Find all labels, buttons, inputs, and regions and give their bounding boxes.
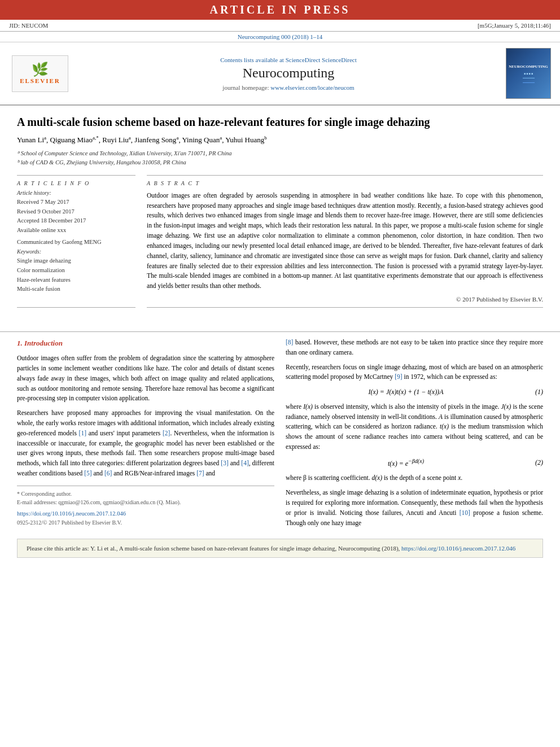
right-para2: Recently, researchers focus on single im… [286, 362, 543, 383]
right-para3: where I(x) is observed intensity, which … [286, 402, 543, 452]
keywords-section: Keywords: Single image dehazing Color no… [17, 248, 135, 294]
keywords-title: Keywords: [17, 248, 135, 255]
doi-link[interactable]: https://doi.org/10.1016/j.neucom.2017.12… [17, 510, 126, 517]
author-ruyi: Ruyi Liu [102, 136, 129, 144]
ref-4[interactable]: [4] [241, 460, 248, 466]
author-yining: Yining Quan [182, 136, 220, 144]
ref-6[interactable]: [6] [104, 470, 112, 477]
affiliations: ᵃ School of Computer Science and Technol… [17, 149, 543, 167]
ref-7[interactable]: [7] [196, 470, 204, 477]
keyword-1: Single image dehazing [17, 256, 135, 266]
received-date: Received 7 May 2017 [17, 198, 135, 207]
ref-5[interactable]: [5] [84, 470, 91, 477]
ref-8[interactable]: [8] [286, 339, 293, 346]
intro-section-title: 1. Introduction [17, 338, 274, 349]
journal-cover: NEUROCOMPUTING ■ ■ ■ ■ ━━━━━━━ ━━━━━━━ [506, 48, 551, 99]
affiliation-a: ᵃ School of Computer Science and Technol… [17, 149, 543, 158]
equation-2-number: (2) [526, 457, 543, 468]
ref-3[interactable]: [3] [221, 460, 228, 466]
author-qiguang: Qiguang Miao [50, 136, 93, 144]
equation-1-text: I(x) = J(x)t(x) + (1 − t(x))A [286, 387, 526, 397]
doi-text: Neurocomputing 000 (2018) 1–14 [238, 33, 323, 40]
ref-9[interactable]: [9] [395, 373, 402, 380]
keyword-2: Color normalization [17, 266, 135, 276]
right-para1: [8] based. However, these methods are no… [286, 338, 543, 358]
jid-row: JID: NEUCOM [m5G;January 5, 2018;11:46] [0, 20, 560, 32]
ref-10[interactable]: [10] [460, 509, 470, 516]
email-note: E-mail addresses: qgmiao@126.com, qgmiao… [17, 498, 274, 507]
right-para5: Nevertheless, as single image dehazing i… [286, 488, 543, 528]
journal-cover-title: NEUROCOMPUTING [508, 63, 549, 70]
keyword-4: Multi-scale fusion [17, 285, 135, 294]
authors-line: Yunan Lia, Qiguang Miaoa,*, Ruyi Liua, J… [17, 135, 543, 145]
article-in-press-banner: ARTICLE IN PRESS [0, 0, 560, 20]
sciencedirect-name[interactable]: ScienceDirect [322, 56, 357, 63]
right-para4: where β is scattering coefficient. d(x) … [286, 473, 543, 483]
contents-label: Contents lists available at ScienceDirec… [220, 56, 320, 63]
affiliation-b: ᵇ lab of CAD & CG, Zhejiang University, … [17, 158, 543, 167]
timestamp-label: [m5G;January 5, 2018;11:46] [478, 22, 551, 29]
equation-1: I(x) = J(x)t(x) + (1 − t(x))A (1) [286, 387, 543, 397]
homepage-link[interactable]: www.elsevier.com/locate/neucom [270, 84, 354, 91]
keyword-3: Haze-relevant features [17, 276, 135, 285]
homepage-label: journal homepage: [222, 84, 269, 91]
jid-label: JID: NEUCOM [9, 22, 48, 29]
paper-title: A multi-scale fusion scheme based on haz… [17, 115, 543, 129]
history-label: Article history: [17, 190, 135, 196]
cover-lines: ━━━━━━━ [523, 76, 535, 80]
sciencedirect-line: Contents lists available at ScienceDirec… [82, 56, 495, 63]
revised-date: Revised 9 October 2017 [17, 207, 135, 217]
body-left-col: 1. Introduction Outdoor images often suf… [17, 338, 274, 533]
article-info-abstract-row: A R T I C L E I N F O Article history: R… [17, 175, 543, 308]
intro-para1: Outdoor images often suffer from the pro… [17, 353, 274, 404]
journal-header: 🌿 ELSEVIER Contents lists available at S… [0, 42, 560, 106]
article-info-panel: A R T I C L E I N F O Article history: R… [17, 175, 135, 308]
accepted-date: Accepted 18 December 2017 [17, 216, 135, 226]
corresponding-note: * Corresponding author. [17, 490, 274, 499]
footnote-section: * Corresponding author. E-mail addresses… [17, 486, 274, 527]
main-content: A multi-scale fusion scheme based on haz… [0, 106, 560, 326]
equation-2-text: t(x) = e−βd(x) [286, 457, 526, 469]
journal-title: Neurocomputing [82, 65, 495, 81]
article-info-title: A R T I C L E I N F O [17, 180, 135, 186]
author-jianfeng: Jianfeng Song [134, 136, 176, 144]
author-yunan: Yunan Li [17, 136, 44, 144]
citation-doi-link[interactable]: https://doi.org/10.1016/j.neucom.2017.12… [401, 545, 515, 552]
body-right-col: [8] based. However, these methods are no… [286, 338, 543, 533]
communicated-by: Communicated by Gaofeng MENG [17, 239, 135, 245]
equation-1-number: (1) [526, 387, 543, 397]
cover-decoration: ■ ■ ■ ■ [524, 72, 533, 75]
elsevier-text: ELSEVIER [20, 77, 60, 84]
citation-text: Please cite this article as: Y. Li et al… [27, 545, 400, 552]
abstract-section: A B S T R A C T Outdoor images are often… [147, 175, 543, 308]
abstract-text: Outdoor images are often degraded by aer… [147, 191, 543, 291]
elsevier-tree-icon: 🌿 [32, 63, 49, 76]
elsevier-logo-box: 🌿 ELSEVIER [12, 55, 68, 92]
journal-center: Contents lists available at ScienceDirec… [71, 56, 506, 91]
intro-para2: Researchers have proposed many approache… [17, 408, 274, 479]
abstract-title: A B S T R A C T [147, 180, 543, 186]
ref-2[interactable]: [2] [163, 430, 170, 436]
journal-homepage: journal homepage: www.elsevier.com/locat… [82, 84, 495, 91]
author-yuhui: Yuhui Huang [225, 136, 264, 144]
citation-box: Please cite this article as: Y. Li et al… [17, 539, 543, 558]
doi-row: Neurocomputing 000 (2018) 1–14 [0, 32, 560, 42]
cover-lines2: ━━━━━━━ [523, 81, 535, 84]
copyright-line: © 2017 Published by Elsevier B.V. [147, 296, 543, 303]
separator [0, 331, 560, 332]
available-date: Available online xxx [17, 226, 135, 235]
elsevier-logo: 🌿 ELSEVIER [9, 55, 71, 92]
published-line: 0925-2312/© 2017 Published by Elsevier B… [17, 518, 274, 527]
ref-1[interactable]: [1] [79, 430, 86, 436]
body-content: 1. Introduction Outdoor images often suf… [0, 338, 560, 533]
equation-2: t(x) = e−βd(x) (2) [286, 457, 543, 469]
